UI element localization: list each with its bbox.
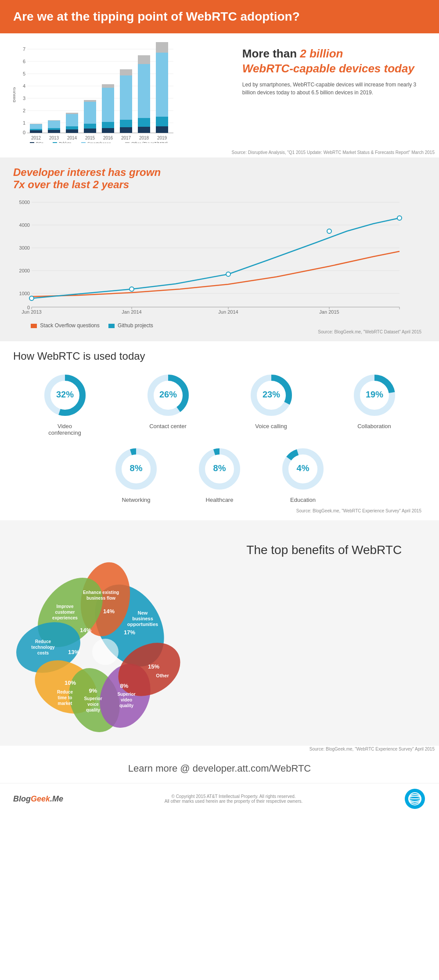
svg-rect-17 [48, 130, 60, 133]
svg-rect-42 [156, 117, 168, 126]
donut-4-svg: 4% [279, 445, 327, 493]
learn-more-text: Learn more @ developer.att.com/WebRTC [128, 763, 311, 774]
donut-video-conf: 32% Video conferencing [41, 371, 89, 436]
github-point [29, 296, 34, 300]
billions-highlight: 2 billion [300, 47, 343, 60]
footer: BlogGeek.Me © Copyright 2015 AT&T Intell… [0, 783, 439, 814]
svg-text:19%: 19% [365, 390, 383, 399]
section-benefits: New business opportunities 17% Enhance e… [0, 520, 439, 746]
svg-text:2000: 2000 [19, 268, 30, 273]
svg-rect-26 [84, 124, 96, 129]
section-usage: How WebRTC is used today 32% Video confe… [0, 341, 439, 520]
svg-text:23%: 23% [262, 390, 280, 399]
petal-pct-reduce-time: 10% [65, 680, 76, 686]
donut-row-1: 32% Video conferencing 26% Contact cente… [13, 371, 426, 436]
blog-geek-logo: BlogGeek.Me [13, 794, 63, 804]
svg-text:time to: time to [58, 695, 72, 700]
svg-text:2015: 2015 [85, 136, 95, 140]
svg-rect-44 [156, 42, 168, 53]
bar-chart-area: 7 6 5 4 3 2 1 0 Billions [13, 42, 234, 145]
svg-text:2014: 2014 [67, 136, 77, 140]
so-legend: Stack Overflow questions [31, 322, 100, 329]
svg-rect-21 [66, 129, 78, 133]
svg-text:0: 0 [23, 130, 25, 135]
petal-center [92, 639, 119, 665]
github-point [226, 272, 230, 276]
label-contact: Contact center [149, 423, 187, 429]
svg-rect-55 [53, 142, 57, 143]
svg-text:2018: 2018 [139, 136, 149, 140]
svg-text:Jun 2014: Jun 2014 [218, 309, 238, 315]
svg-text:4: 4 [23, 83, 25, 89]
donut-row-2: 8% Networking 8% Healthcare 4% Education [13, 445, 426, 503]
petal-label-voice: Superior [84, 696, 102, 701]
usage-title: How WebRTC is used today [13, 350, 426, 362]
svg-rect-34 [120, 120, 132, 127]
donut-contact: 26% Contact center [144, 371, 192, 436]
line-chart-svg: 5000 4000 3000 2000 1000 0 Jun 2013 Jan … [13, 195, 408, 318]
svg-text:1: 1 [23, 120, 25, 125]
donut-collab: 19% Collaboration [350, 371, 399, 436]
petal-label-improve: Improve [57, 604, 74, 609]
copyright-line: © Copyright 2015 AT&T Intellectual Prope… [165, 794, 303, 799]
label-healthcare: Healthcare [206, 497, 234, 503]
petal-label-video: Superior [117, 692, 135, 697]
donut-32-svg: 32% [41, 371, 89, 419]
header-title: Are we at the tipping point of WebRTC ad… [13, 10, 300, 23]
github-legend: Github projects [108, 322, 153, 329]
bar-2012-pcs [30, 130, 42, 133]
svg-rect-41 [156, 126, 168, 133]
svg-rect-36 [120, 69, 132, 75]
svg-rect-33 [120, 127, 132, 133]
petal-pct-new-biz: 17% [124, 629, 135, 636]
page-header: Are we at the tipping point of WebRTC ad… [0, 0, 439, 33]
section1-source: Source: Disruptive Analysis, "Q1 2015 Up… [0, 149, 439, 157]
svg-rect-35 [120, 75, 132, 120]
svg-rect-29 [102, 128, 114, 133]
donut-26-svg: 26% [144, 371, 192, 419]
svg-text:quality: quality [86, 708, 101, 712]
benefits-heading: The top benefits of WebRTC [246, 542, 426, 558]
svg-text:3000: 3000 [19, 245, 30, 250]
svg-text:business flow: business flow [86, 596, 115, 601]
svg-rect-23 [66, 114, 78, 126]
svg-rect-37 [138, 127, 150, 133]
petal-label-other: Other [156, 673, 169, 678]
petal-pct-reduce-tech: 13% [68, 649, 79, 655]
donut-19-svg: 19% [350, 371, 399, 419]
section-devices: 7 6 5 4 3 2 1 0 Billions [0, 33, 439, 149]
benefits-title-block: The top benefits of WebRTC [246, 529, 426, 741]
stackoverflow-line [32, 251, 399, 297]
petal-pct-video: 8% [120, 683, 129, 689]
github-legend-color [108, 324, 115, 328]
github-legend-label: Github projects [118, 322, 153, 329]
bar-2012-smartphones [30, 124, 42, 129]
petal-svg: New business opportunities 17% Enhance e… [13, 529, 198, 740]
donut-education: 4% Education [279, 445, 327, 503]
dev-highlight: 7x over the last 2 years [13, 179, 129, 190]
svg-text:customer: customer [55, 610, 75, 615]
bar-chart-svg: 7 6 5 4 3 2 1 0 Billions [13, 42, 176, 143]
petal-pct-other: 15% [148, 663, 159, 670]
section2-source: Source: BlogGeek.me, "WebRTC Dataset" Ap… [13, 329, 426, 337]
svg-rect-18 [48, 128, 60, 130]
svg-text:2012: 2012 [31, 136, 41, 140]
svg-text:quality: quality [119, 703, 134, 708]
svg-text:2016: 2016 [103, 136, 113, 140]
donut-networking: 8% Networking [112, 445, 160, 503]
svg-rect-30 [102, 122, 114, 128]
so-legend-label: Stack Overflow questions [40, 322, 99, 329]
svg-text:opportunities: opportunities [127, 622, 158, 627]
svg-rect-22 [66, 126, 78, 129]
svg-rect-25 [84, 129, 96, 133]
petal-pct-voice: 9% [89, 687, 97, 694]
chart-subtitle: WebRTC-capable devices today [242, 62, 414, 75]
svg-text:8%: 8% [213, 463, 226, 473]
label-voice: Voice calling [255, 423, 287, 429]
svg-rect-43 [156, 53, 168, 117]
svg-rect-20 [48, 120, 60, 121]
petal-chart: New business opportunities 17% Enhance e… [13, 529, 246, 741]
github-point [327, 229, 331, 233]
svg-text:3: 3 [23, 96, 25, 101]
svg-text:32%: 32% [56, 390, 73, 399]
